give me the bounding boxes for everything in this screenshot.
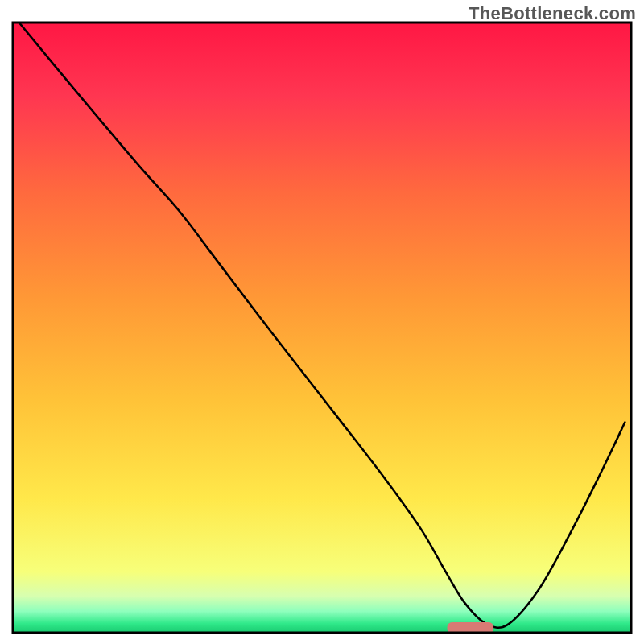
gradient-background (13, 23, 631, 633)
watermark-text: TheBottleneck.com (469, 3, 636, 24)
bottleneck-chart (0, 0, 644, 644)
chart-container: TheBottleneck.com (0, 0, 644, 644)
plot-area (13, 23, 631, 634)
